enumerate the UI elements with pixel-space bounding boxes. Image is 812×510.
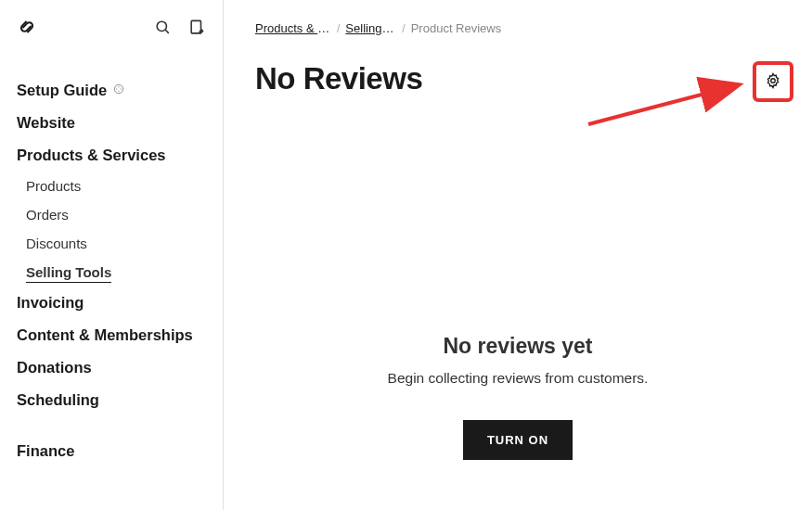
subnav-item-label: Products bbox=[26, 178, 81, 194]
breadcrumb: Products & S… / Selling … / Product Revi… bbox=[255, 21, 793, 35]
sparkle-icon bbox=[112, 82, 125, 99]
page-title: No Reviews bbox=[255, 61, 793, 96]
squarespace-logo-icon[interactable] bbox=[17, 17, 37, 37]
nav-item-label: Setup Guide bbox=[17, 82, 107, 99]
empty-state-title: No reviews yet bbox=[443, 334, 592, 359]
nav-item-label: Donations bbox=[17, 359, 92, 376]
subnav-item-label: Selling Tools bbox=[26, 264, 111, 283]
subnav-item-label: Discounts bbox=[26, 236, 87, 251]
nav-scheduling[interactable]: Scheduling bbox=[17, 384, 206, 416]
svg-point-0 bbox=[157, 21, 166, 31]
subnav-products-services: Products Orders Discounts Selling Tools bbox=[17, 172, 206, 287]
nav-finance[interactable]: Finance bbox=[17, 435, 206, 467]
breadcrumb-separator: / bbox=[337, 22, 340, 35]
nav-item-label: Finance bbox=[17, 442, 74, 460]
nav-setup-guide[interactable]: Setup Guide bbox=[17, 74, 206, 107]
subnav-item-label: Orders bbox=[26, 207, 69, 223]
svg-line-1 bbox=[165, 30, 169, 33]
primary-nav: Setup Guide Website Products & Services … bbox=[0, 74, 223, 467]
notes-icon[interactable] bbox=[188, 19, 206, 36]
breadcrumb-current: Product Reviews bbox=[411, 21, 502, 35]
svg-point-4 bbox=[771, 78, 776, 83]
breadcrumb-products-services[interactable]: Products & S… bbox=[255, 21, 331, 35]
nav-content-memberships[interactable]: Content & Memberships bbox=[17, 319, 206, 351]
nav-spacer bbox=[17, 416, 206, 435]
nav-item-label: Scheduling bbox=[17, 391, 99, 409]
sidebar: Setup Guide Website Products & Services … bbox=[0, 0, 224, 510]
breadcrumb-selling-tools[interactable]: Selling … bbox=[345, 21, 396, 35]
sidebar-header bbox=[0, 17, 223, 74]
nav-invoicing[interactable]: Invoicing bbox=[17, 287, 206, 319]
svg-point-3 bbox=[115, 84, 123, 93]
nav-website[interactable]: Website bbox=[17, 107, 206, 139]
nav-item-label: Website bbox=[17, 114, 75, 132]
empty-state-subtitle: Begin collecting reviews from customers. bbox=[388, 370, 649, 387]
subnav-products[interactable]: Products bbox=[26, 172, 206, 200]
subnav-orders[interactable]: Orders bbox=[26, 200, 206, 229]
subnav-discounts[interactable]: Discounts bbox=[26, 229, 206, 258]
gear-icon bbox=[765, 72, 781, 92]
subnav-selling-tools[interactable]: Selling Tools bbox=[26, 258, 206, 287]
empty-state: No reviews yet Begin collecting reviews … bbox=[224, 334, 812, 460]
main-content: Products & S… / Selling … / Product Revi… bbox=[224, 0, 812, 510]
nav-donations[interactable]: Donations bbox=[17, 351, 206, 384]
nav-item-label: Products & Services bbox=[17, 147, 166, 164]
nav-item-label: Invoicing bbox=[17, 294, 84, 312]
turn-on-button[interactable]: TURN ON bbox=[463, 420, 573, 460]
breadcrumb-separator: / bbox=[402, 22, 405, 35]
search-icon[interactable] bbox=[154, 19, 172, 36]
nav-products-services[interactable]: Products & Services bbox=[17, 139, 206, 172]
settings-button[interactable] bbox=[753, 61, 793, 102]
nav-item-label: Content & Memberships bbox=[17, 326, 193, 344]
